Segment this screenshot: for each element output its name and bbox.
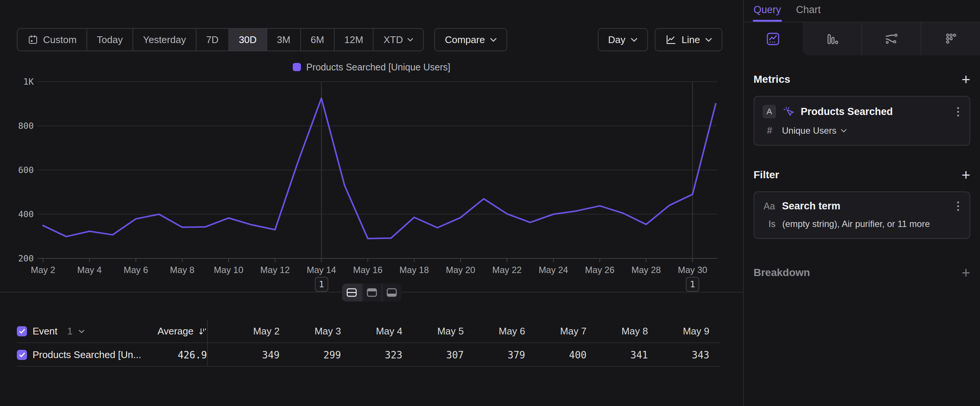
add-filter-button[interactable]: + [962,169,970,180]
row-checkbox[interactable] [17,350,33,360]
cell-value: 343 [648,349,710,361]
metric-name: Products Searched [801,106,949,118]
filter-condition[interactable]: Is (empty string), Air purifier, or 11 m… [762,219,961,229]
filter-title: Filter [754,169,779,181]
granularity-button[interactable]: Day [598,28,648,51]
metrics-title: Metrics [754,73,790,85]
compare-button[interactable]: Compare [434,28,507,51]
annotation-badge[interactable]: 1 [686,277,699,292]
tab-query[interactable]: Query [754,4,781,22]
tab-retention-dots[interactable] [921,22,980,56]
flows-icon [884,32,899,46]
filter-value: (empty string), Air purifier, or 11 more [782,219,930,229]
cell-value: 341 [587,349,648,361]
tab-chart[interactable]: Chart [796,4,821,22]
date-column-header[interactable]: May 2 [218,325,280,337]
cell-value: 379 [464,349,525,361]
x-axis-label: May 4 [77,265,102,275]
granularity-label: Day [608,34,625,46]
date-column-header[interactable]: May 6 [464,325,525,337]
chart-legend[interactable]: Products Searched [Unique Users] [0,61,743,73]
y-axis-label: 400 [18,209,34,219]
toolbar: CustomTodayYesterday7D30D3M6M12MXTD Comp… [17,28,722,51]
top-panel-toggle[interactable] [362,283,382,301]
bottom-panel-icon [387,288,397,297]
date-range-control: CustomTodayYesterday7D30D3M6M12MXTD [17,28,424,51]
report-type-tabs [744,22,980,56]
date-column-header[interactable]: May 9 [648,325,710,337]
x-axis-label: May 18 [399,265,429,275]
compare-label: Compare [445,34,485,46]
event-column-header[interactable]: Event1 [33,325,143,337]
range-xtd[interactable]: XTD [373,29,423,51]
range-6m[interactable]: 6M [300,29,334,51]
chevron-down-icon [841,129,847,132]
chevron-down-icon [631,38,638,42]
metric-card[interactable]: A Products Searched # Unique Users [754,96,970,146]
panel-divider [0,293,743,308]
add-breakdown-button[interactable]: + [962,267,970,278]
row-event-name[interactable]: Products Searched [Un... [33,349,143,361]
chevron-down-icon [407,38,413,41]
split-view-toggle[interactable] [342,283,362,301]
filter-menu-button[interactable] [955,201,961,212]
metric-letter-badge: A [762,105,776,118]
range-custom[interactable]: Custom [18,29,86,51]
split-view-icon [347,288,357,297]
query-builder: Metrics + A Products Searched # Unique U… [744,73,980,279]
check-icon [19,352,25,357]
column-divider [207,343,218,367]
results-table: Event1 Average May 2May 3May 4May 5May 6… [17,320,721,367]
line-chart-icon [665,34,676,45]
chart-controls: Day Line [598,28,722,51]
filter-operator: Is [768,219,776,229]
event-pointer-icon [782,105,795,118]
line-chart[interactable]: 2004006008001KMay 2May 4May 6May 8May 10… [0,75,743,293]
column-divider [207,320,218,343]
breakdown-title: Breakdown [754,267,810,279]
range-7d[interactable]: 7D [196,29,228,51]
date-column-header[interactable]: May 3 [280,325,341,337]
check-icon [19,329,25,334]
chart-type-button[interactable]: Line [655,28,722,51]
tab-insights-chart[interactable] [744,22,803,56]
range-12m[interactable]: 12M [334,29,373,51]
tab-bar-chart[interactable] [803,22,861,56]
x-axis-label: May 30 [678,265,708,275]
average-column-header[interactable]: Average [143,325,207,337]
cell-value: 349 [218,349,280,361]
tab-flows[interactable] [861,22,921,56]
table-header-row: Event1 Average May 2May 3May 4May 5May 6… [17,320,721,343]
range-yesterday[interactable]: Yesterday [132,29,196,51]
range-today[interactable]: Today [86,29,132,51]
metric-menu-button[interactable] [955,107,961,117]
sidebar-tabs: Query Chart [744,0,980,22]
top-panel-icon [367,288,377,297]
x-axis-label: May 20 [446,265,476,275]
calendar-icon [27,34,38,45]
select-all-checkbox[interactable] [17,326,33,336]
bar-chart-icon [824,32,839,46]
main-panel: CustomTodayYesterday7D30D3M6M12MXTD Comp… [0,0,743,406]
range-30d[interactable]: 30D [228,29,267,51]
legend-swatch [293,63,301,71]
metrics-section-header: Metrics + [754,73,970,85]
date-column-header[interactable]: May 5 [402,325,464,337]
add-metric-button[interactable]: + [962,74,970,85]
bottom-panel-toggle[interactable] [382,283,401,301]
range-3m[interactable]: 3M [267,29,300,51]
insights-chart-icon [765,32,781,46]
filter-card[interactable]: Aa Search term Is (empty string), Air pu… [754,191,970,239]
layout-toggle-group [342,283,401,301]
hash-icon: # [764,125,775,136]
data-series-line[interactable] [43,98,716,239]
filter-property-name: Search term [782,201,949,212]
y-axis-label: 600 [18,165,34,175]
legend-label: Products Searched [Unique Users] [306,62,450,73]
chevron-down-icon [705,38,712,42]
date-column-header[interactable]: May 8 [587,325,648,337]
annotation-badge[interactable]: 1 [315,277,328,292]
date-column-header[interactable]: May 7 [525,325,587,337]
aggregation-selector[interactable]: # Unique Users [762,125,961,136]
date-column-header[interactable]: May 4 [341,325,402,337]
